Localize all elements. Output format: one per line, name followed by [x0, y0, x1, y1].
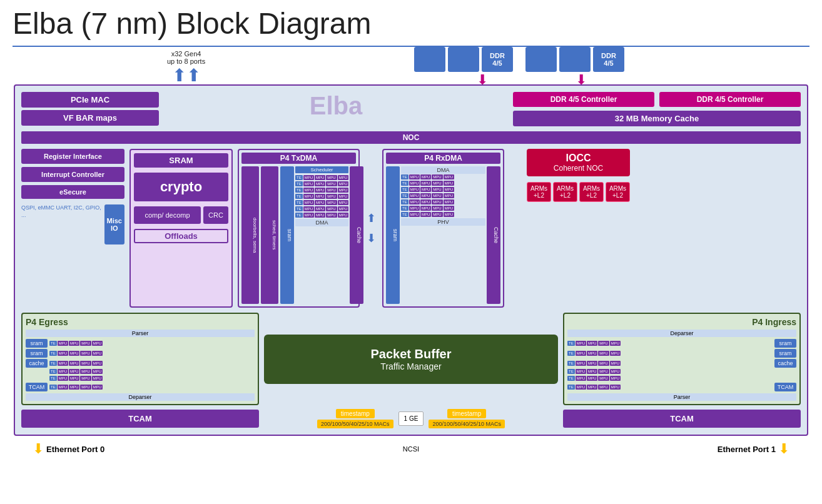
ddr-column: DDR 4/5 Controller DDR 4/5 Controller 32… [513, 92, 801, 126]
mpu-cell: MPU [326, 181, 337, 186]
mpu-cell: MPU [587, 369, 597, 374]
mpu-cell: MPU [444, 199, 454, 204]
mpu-row-r6: TE MPU MPU MPU MPU [401, 206, 485, 211]
ddr-ctrl1: DDR 4/5 Controller [513, 92, 654, 107]
mpu-cell: MPU [92, 361, 103, 366]
eth-port0-group: ⬇ Ethernet Port 0 [33, 441, 104, 457]
te-cell: TE [295, 188, 303, 193]
te-cell: TE [567, 351, 575, 356]
p4-ingress-column: P4 Ingress Deparser TE MPU MPU MPU MPU s… [563, 313, 801, 405]
pcie-mac-block: PCIe MAC [21, 92, 159, 108]
mpu-cell: MPU [610, 385, 621, 390]
txdma-mpu-section: Scheduler TE MPU MPU MPU MPU TE [295, 166, 348, 304]
mpu-row-r5: TE MPU MPU MPU MPU [401, 199, 485, 204]
mpu-row-r7: TE MPU MPU MPU MPU [401, 212, 485, 217]
te-cell: TE [401, 193, 408, 198]
mpu-cell: MPU [303, 194, 314, 199]
egress-tcam: TCAM [26, 383, 48, 391]
rxdma-phv-label: PHV [401, 218, 485, 226]
txdma-cache: Cache [350, 166, 363, 304]
p4-rxdma-title: P4 RxDMA [386, 153, 500, 164]
mpu-cell: MPU [409, 174, 420, 179]
mpu-cell: MPU [444, 212, 454, 217]
mpu-cell: MPU [610, 361, 621, 366]
mpu-cell: MPU [338, 213, 348, 218]
sched-timers-bar: sched, timers [261, 166, 278, 304]
mpu-cell: MPU [92, 351, 103, 356]
txdma-dma-label: DMA [295, 219, 348, 226]
mpu-cell: MPU [80, 341, 91, 346]
eth1-down-arrow: ⬇ [778, 441, 789, 457]
egress-mpu-row5-wrap: TE MPU MPU MPU MPU [26, 376, 255, 381]
ingress-deparser-label: Deparser [567, 330, 796, 337]
mpu-cell: MPU [69, 385, 79, 390]
p4-rxdma-content: sram DMA TE MPU MPU MPU MPU TE [386, 166, 500, 304]
mpu-cell: MPU [587, 341, 597, 346]
mpu-row-7: TE MPU MPU MPU MPU [295, 213, 348, 218]
arm-box-4: ARMs +L2 [606, 182, 630, 202]
te-cell: TE [567, 369, 575, 374]
ingress-mpu-row2: TE MPU MPU MPU MPU [567, 351, 773, 356]
mpu-row-2: TE MPU MPU MPU MPU [295, 181, 348, 186]
te-cell: TE [295, 206, 303, 211]
chip-boundary: PCIe MAC VF BAR maps Elba DDR 4/5 Contro… [14, 84, 808, 436]
arm-box-1: ARMs +L2 [527, 182, 551, 202]
te-cell: TE [401, 187, 408, 192]
mpu-cell: MPU [80, 369, 91, 374]
top-section: PCIe MAC VF BAR maps Elba DDR 4/5 Contro… [21, 92, 801, 126]
tcam-left: TCAM [21, 410, 259, 428]
mpu-row-1: TE MPU MPU MPU MPU [295, 175, 348, 180]
mpu-cell: MPU [315, 175, 325, 180]
eth-center-bars: timestamp 200/100/50/40/25/10 MACs 1 GE … [317, 409, 505, 428]
mpu-cell: MPU [315, 194, 325, 199]
te-cell: TE [49, 361, 57, 366]
mpu-cell: MPU [598, 385, 609, 390]
ethernet-labels: ⬇ Ethernet Port 0 NCSI Ethernet Port 1 ⬇ [14, 441, 808, 457]
iocc-subtitle: Coherent NOC [530, 164, 626, 173]
mpu-cell: MPU [338, 206, 348, 211]
te-cell: TE [567, 376, 575, 381]
diagram-container: x32 Gen4 up to 8 ports ⬆⬆ DDR 4/5 DDR 4/… [14, 84, 808, 457]
mpu-row-6: TE MPU MPU MPU MPU [295, 206, 348, 211]
egress-cache-row: cache TE MPU MPU MPU MPU [26, 359, 255, 368]
mpu-cell: MPU [432, 206, 442, 211]
mpu-cell: MPU [576, 376, 586, 381]
egress-sram-row1: sram TE MPU MPU MPU MPU [26, 339, 255, 348]
ingress-mpu-row1: TE MPU MPU MPU MPU [567, 341, 773, 346]
egress-deparser-label: Deparser [26, 393, 255, 401]
packet-buffer-subtitle: Traffic Manager [283, 361, 539, 371]
mpu-cell: MPU [409, 212, 420, 217]
ingress-mpu-row3: TE MPU MPU MPU MPU [567, 361, 773, 366]
mpu-cell: MPU [69, 361, 79, 366]
rxdma-cache: Cache [487, 166, 500, 304]
eth-port1-group: Ethernet Port 1 ⬇ [718, 441, 789, 457]
arm-box-2: ARMs +L2 [553, 182, 577, 202]
pcie-up-arrow: ⬆⬆ [172, 65, 201, 86]
mpu-cell: MPU [576, 369, 586, 374]
ingress-tcam-row: TE MPU MPU MPU MPU TCAM [567, 383, 796, 391]
p4-egress-column: P4 Egress Parser sram TE MPU MPU MPU MPU [21, 313, 259, 405]
mpu-cell: MPU [610, 376, 621, 381]
ingress-cache-row: TE MPU MPU MPU MPU cache [567, 359, 796, 368]
ncsi-label: NCSI [403, 445, 419, 453]
mpu-cell: MPU [315, 188, 325, 193]
mpu-cell: MPU [420, 174, 431, 179]
p4-txdma-column: P4 TxDMA doorbells, sema sched, timers s… [238, 149, 360, 308]
mpu-cell: MPU [92, 376, 103, 381]
noc-up-arrow: ⬆ [367, 211, 376, 225]
mpu-cell: MPU [80, 351, 91, 356]
ingress-mpu-row5-wrap: TE MPU MPU MPU MPU [567, 376, 796, 381]
mpu-cell: MPU [420, 193, 431, 198]
mpu-cell: MPU [338, 194, 348, 199]
mpu-cell: MPU [58, 351, 68, 356]
te-cell: TE [49, 385, 57, 390]
ingress-sram-row2: TE MPU MPU MPU MPU sram [567, 349, 796, 358]
ddr-right-box3: DDR 4/5 [593, 47, 624, 72]
elba-chip-label: Elba [164, 92, 508, 120]
mpu-cell: MPU [587, 351, 597, 356]
mpu-cell: MPU [80, 361, 91, 366]
left-column: Register Interface Interrupt Controller … [21, 149, 124, 308]
ddr-left-box2 [448, 47, 479, 72]
ingress-cache: cache [774, 359, 796, 368]
mpu-cell: MPU [610, 341, 621, 346]
